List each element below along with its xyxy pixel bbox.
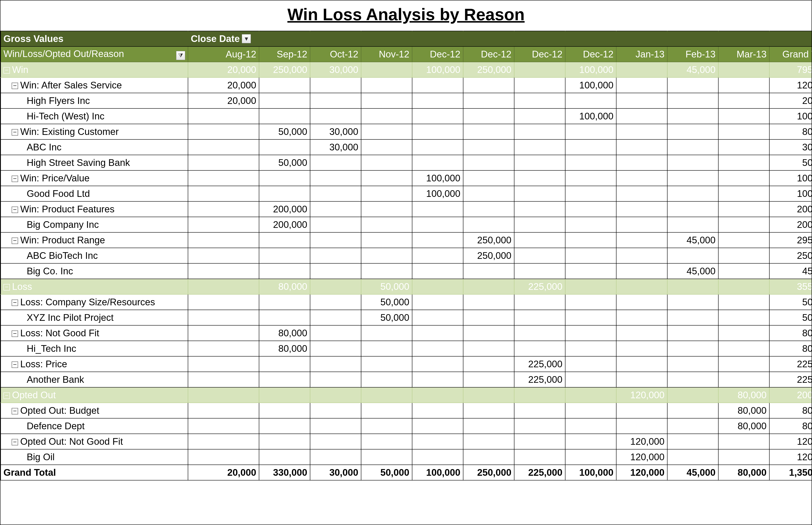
- cell: [259, 170, 310, 186]
- col-hdr-2: Oct-12: [310, 46, 361, 62]
- cell: [259, 449, 310, 465]
- cell: [188, 325, 259, 341]
- collapse-icon[interactable]: −: [12, 82, 18, 89]
- collapse-icon[interactable]: −: [12, 176, 18, 182]
- cell: [514, 325, 565, 341]
- collapse-icon[interactable]: −: [12, 238, 18, 244]
- cell: [310, 403, 361, 418]
- cell: [667, 170, 718, 186]
- cell: [667, 201, 718, 217]
- reason-row[interactable]: −Loss: Price: [1, 356, 188, 372]
- cell: [188, 139, 259, 155]
- cell: [463, 418, 514, 434]
- cell: 80,000: [718, 403, 769, 418]
- cell: [565, 356, 616, 372]
- cell: [412, 232, 463, 248]
- group-win[interactable]: −Win: [1, 62, 188, 77]
- cell: [361, 124, 412, 139]
- cell: [565, 124, 616, 139]
- group-val: 80,000: [259, 279, 310, 294]
- cell: [616, 155, 667, 170]
- collapse-icon[interactable]: −: [12, 207, 18, 213]
- row-labels-filter-icon[interactable]: ⧩: [176, 51, 185, 60]
- cell: [259, 294, 310, 310]
- col-hdr-8: Jan-13: [616, 46, 667, 62]
- cell: 80,000: [259, 341, 310, 356]
- cell: [259, 310, 310, 325]
- cell: [463, 93, 514, 108]
- cell: [718, 294, 769, 310]
- reason-label: Win: Product Features: [20, 204, 115, 214]
- reason-row[interactable]: −Opted Out: Budget: [1, 403, 188, 418]
- collapse-icon[interactable]: −: [3, 284, 10, 290]
- cell: [616, 77, 667, 93]
- group-loss[interactable]: −Loss: [1, 279, 188, 294]
- cell: 120,000: [616, 449, 667, 465]
- cell: 200,000: [259, 217, 310, 232]
- reason-row[interactable]: −Win: Product Range: [1, 232, 188, 248]
- cell: [188, 217, 259, 232]
- cell: [565, 217, 616, 232]
- cell: [463, 155, 514, 170]
- cell: 100,000: [412, 170, 463, 186]
- reason-row[interactable]: −Win: Existing Customer: [1, 124, 188, 139]
- reason-row[interactable]: −Win: Product Features: [1, 201, 188, 217]
- cell: [667, 294, 718, 310]
- collapse-icon[interactable]: −: [3, 67, 10, 74]
- cell: [412, 93, 463, 108]
- reason-row[interactable]: −Loss: Company Size/Resources: [1, 294, 188, 310]
- cell: [514, 124, 565, 139]
- cell: [188, 186, 259, 201]
- col-hdr-1: Sep-12: [259, 46, 310, 62]
- close-date-dropdown-icon[interactable]: ▼: [242, 34, 251, 43]
- col-hdr-3: Nov-12: [361, 46, 412, 62]
- cell: [616, 186, 667, 201]
- group-val: 250,000: [259, 62, 310, 77]
- group-val: [667, 387, 718, 403]
- cell: [616, 201, 667, 217]
- cell: [667, 372, 718, 387]
- grand-total-val: 30,000: [310, 465, 361, 480]
- cell: [310, 356, 361, 372]
- cell: 200,000: [259, 201, 310, 217]
- cell: [565, 232, 616, 248]
- group-opted-out[interactable]: −Opted Out: [1, 387, 188, 403]
- grand-total-val: 120,000: [616, 465, 667, 480]
- cell: [565, 248, 616, 264]
- cell: [616, 356, 667, 372]
- collapse-icon[interactable]: −: [12, 300, 18, 306]
- cell: [463, 139, 514, 155]
- cell: [310, 372, 361, 387]
- reason-label: Loss: Price: [20, 359, 67, 369]
- collapse-icon[interactable]: −: [12, 361, 18, 368]
- collapse-icon[interactable]: −: [3, 392, 10, 399]
- cell: [514, 449, 565, 465]
- cell: [667, 434, 718, 449]
- close-date-label: Close Date: [191, 33, 240, 44]
- cell: 295,000: [769, 232, 812, 248]
- group-val: 100,000: [412, 62, 463, 77]
- reason-row[interactable]: −Loss: Not Good Fit: [1, 325, 188, 341]
- hdr-blank: [616, 31, 667, 46]
- cell: [412, 294, 463, 310]
- group-val: 355,000: [769, 279, 812, 294]
- group-val: [718, 62, 769, 77]
- collapse-icon[interactable]: −: [12, 129, 18, 136]
- cell: [718, 449, 769, 465]
- cell: [718, 201, 769, 217]
- pivot-table: Gross ValuesClose Date▼Win/Loss/Opted Ou…: [0, 31, 812, 480]
- cell: [463, 124, 514, 139]
- cell: 80,000: [769, 403, 812, 418]
- reason-row[interactable]: −Win: Price/Value: [1, 170, 188, 186]
- cell: [514, 418, 565, 434]
- cell: [188, 403, 259, 418]
- collapse-icon[interactable]: −: [12, 330, 18, 337]
- collapse-icon[interactable]: −: [12, 408, 18, 415]
- cell: [310, 325, 361, 341]
- reason-row[interactable]: −Win: After Sales Service: [1, 77, 188, 93]
- cell: [667, 139, 718, 155]
- cell: [667, 77, 718, 93]
- cell: [463, 186, 514, 201]
- reason-row[interactable]: −Opted Out: Not Good Fit: [1, 434, 188, 449]
- collapse-icon[interactable]: −: [12, 439, 18, 445]
